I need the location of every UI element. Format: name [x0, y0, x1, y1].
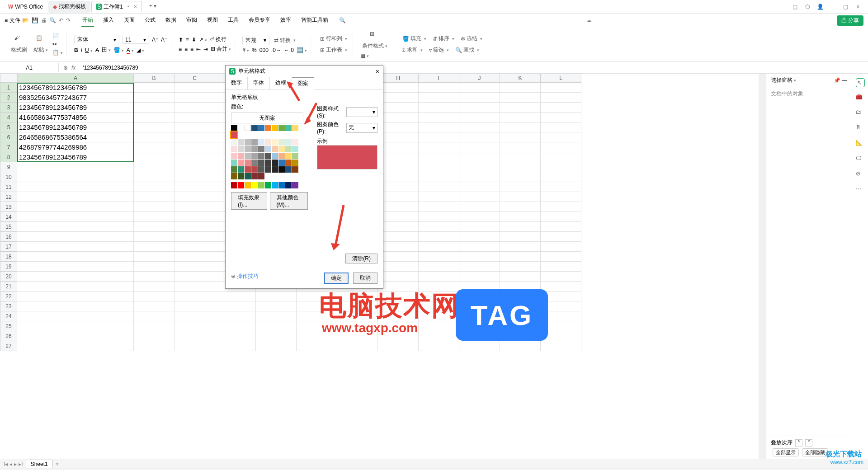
font-color-icon[interactable]: A [127, 47, 134, 53]
cell[interactable] [378, 113, 419, 122]
orient-icon[interactable]: ↗ [199, 37, 207, 43]
sheet-first-icon[interactable]: I◂ [4, 461, 8, 467]
undo-icon[interactable]: ↶ [59, 17, 63, 24]
color-swatch[interactable] [285, 139, 292, 146]
cell[interactable] [541, 331, 581, 341]
cell[interactable] [459, 113, 500, 122]
cell[interactable] [17, 311, 134, 321]
menu-开始[interactable]: 开始 [81, 14, 94, 27]
cell[interactable] [378, 331, 419, 341]
color-swatch[interactable] [265, 139, 271, 146]
cell[interactable] [175, 202, 215, 212]
color-swatch[interactable] [238, 125, 244, 131]
color-swatch[interactable] [258, 166, 264, 173]
cell[interactable] [175, 152, 215, 162]
cell[interactable] [378, 172, 419, 182]
cell[interactable] [297, 311, 337, 321]
col-header[interactable]: J [459, 74, 500, 83]
cell[interactable] [500, 103, 541, 113]
color-swatch[interactable] [231, 166, 237, 173]
color-swatch[interactable] [245, 125, 251, 131]
cell[interactable] [541, 93, 581, 103]
cell[interactable] [419, 291, 459, 301]
name-box[interactable]: A1 [0, 63, 59, 72]
cell[interactable] [378, 212, 419, 222]
cell[interactable] [134, 242, 175, 252]
color-swatch[interactable] [238, 153, 244, 159]
cell[interactable] [459, 192, 500, 202]
row-header[interactable]: 6 [0, 132, 17, 142]
hide-all-button[interactable]: 全部隐藏 [802, 448, 828, 456]
cell[interactable] [459, 202, 500, 212]
cell[interactable] [297, 341, 337, 351]
cell[interactable] [419, 162, 459, 172]
cell[interactable] [134, 122, 175, 132]
cell[interactable] [134, 103, 175, 113]
freeze-button[interactable]: ❄ 冻结 [459, 34, 484, 43]
cell[interactable] [17, 172, 134, 182]
align-left-icon[interactable]: ≡ [179, 46, 182, 52]
ok-button[interactable]: 确定 [324, 273, 349, 284]
cell[interactable] [17, 341, 134, 351]
cell[interactable] [256, 321, 297, 331]
comma-icon[interactable]: 000 [259, 47, 269, 53]
color-swatch[interactable] [231, 125, 237, 131]
cell[interactable] [297, 301, 337, 311]
cell[interactable] [175, 182, 215, 192]
cell[interactable] [17, 321, 134, 331]
cell[interactable] [500, 93, 541, 103]
menu-工具[interactable]: 工具 [227, 14, 240, 27]
format-brush-button[interactable]: 🖌格式刷 [9, 34, 29, 55]
cell[interactable] [541, 272, 581, 282]
cell[interactable] [419, 311, 459, 321]
cell[interactable] [378, 291, 419, 301]
cell[interactable] [134, 182, 175, 192]
color-swatch[interactable] [245, 182, 251, 188]
cell[interactable]: 983525634577243677 [17, 93, 134, 103]
cell[interactable] [175, 321, 215, 331]
cell[interactable] [500, 172, 541, 182]
color-swatch[interactable] [245, 173, 251, 179]
row-header[interactable]: 18 [0, 252, 17, 262]
color-swatch[interactable] [292, 166, 298, 173]
cut-icon[interactable]: ✂ [52, 41, 63, 47]
color-swatch[interactable] [265, 182, 271, 188]
search-icon[interactable]: 🔍 [339, 17, 346, 24]
cell[interactable] [459, 152, 500, 162]
cell[interactable] [419, 142, 459, 152]
dialog-close-icon[interactable]: × [376, 68, 379, 75]
cell[interactable] [256, 311, 297, 321]
color-swatch[interactable] [258, 125, 264, 131]
cell[interactable] [459, 162, 500, 172]
cell[interactable] [378, 232, 419, 242]
template-tab[interactable]: ◆找稻壳模板 [48, 1, 90, 13]
cloud-icon[interactable]: ☁ [586, 17, 592, 24]
currency-icon[interactable]: ¥ [242, 47, 249, 53]
cell[interactable] [17, 242, 134, 252]
cell[interactable] [459, 132, 500, 142]
row-header[interactable]: 3 [0, 103, 17, 113]
menu-效率[interactable]: 效率 [279, 14, 292, 27]
cell[interactable] [337, 311, 378, 321]
cell[interactable] [215, 321, 256, 331]
row-header[interactable]: 13 [0, 202, 17, 212]
percent-icon[interactable]: % [252, 47, 257, 53]
worksheet-button[interactable]: ⊞ 工作表 [318, 45, 349, 55]
workbook-tab[interactable]: S工作簿1•× [91, 1, 142, 13]
sheet-tab[interactable]: Sheet1 [26, 460, 53, 468]
cell[interactable] [419, 232, 459, 242]
cell[interactable] [419, 272, 459, 282]
cell[interactable]: 123456789123456789 [17, 152, 134, 162]
color-swatch[interactable] [251, 125, 258, 131]
menu-插入[interactable]: 插入 [102, 14, 115, 27]
pattern-style-select[interactable]: ▾ [346, 107, 377, 117]
color-swatch[interactable] [285, 182, 292, 188]
cell[interactable] [459, 262, 500, 272]
cell[interactable] [419, 252, 459, 262]
copy-icon[interactable]: 📄 [52, 33, 63, 39]
color-swatch[interactable] [245, 160, 251, 166]
color-swatch[interactable] [258, 182, 264, 188]
cell[interactable] [134, 172, 175, 182]
cell[interactable] [215, 341, 256, 351]
cell[interactable] [541, 232, 581, 242]
